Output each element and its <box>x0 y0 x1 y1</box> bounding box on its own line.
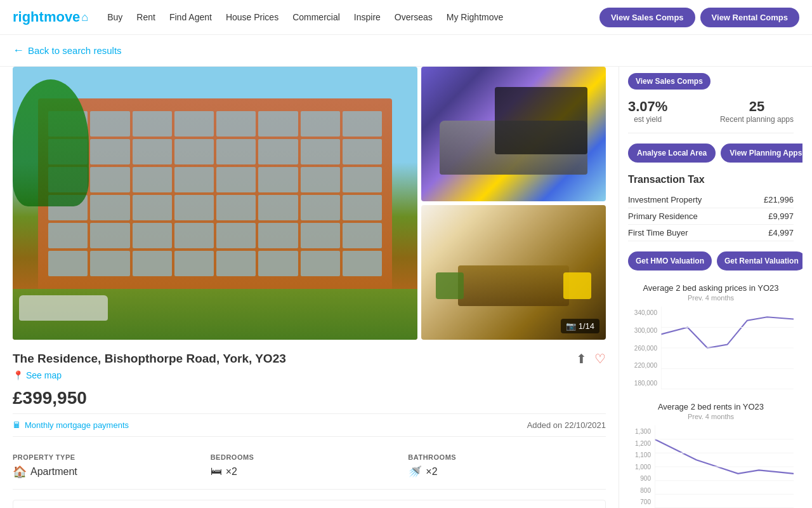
see-map-link[interactable]: 📍 See map <box>13 370 606 380</box>
price-chart-subtitle: Prev. 4 months <box>628 294 794 302</box>
see-map-label: See map <box>26 370 62 380</box>
property-price: £399,950 <box>13 388 606 408</box>
photo-count: 1/14 <box>579 321 594 331</box>
view-planning-apps-button[interactable]: View Planning Apps <box>721 144 802 163</box>
get-rental-valuation-button[interactable]: Get Rental Valuation <box>717 251 802 271</box>
back-arrow-icon: ← <box>13 44 24 57</box>
view-sales-comps-sidebar-button[interactable]: View Sales Comps <box>628 73 710 90</box>
tax-row-0: Investment Property £21,996 <box>628 192 794 208</box>
tax-label-2: First Time Buyer <box>628 228 688 237</box>
property-type-col: PROPERTY TYPE 🏠 Apartment <box>13 453 211 479</box>
apartment-icon: 🏠 <box>13 465 27 479</box>
rent-chart-title: Average 2 bed rents in YO23 <box>628 402 794 411</box>
view-rental-comps-button[interactable]: View Rental Comps <box>700 8 799 27</box>
nav-buy[interactable]: Buy <box>107 12 122 22</box>
gallery: 📷 1/14 <box>13 67 606 340</box>
nav-overseas[interactable]: Overseas <box>395 12 433 22</box>
yield-value: 3.07% <box>628 98 667 115</box>
tax-row-1: Primary Residence £9,997 <box>628 208 794 225</box>
yield-block: 3.07% est yield <box>628 98 667 124</box>
bedrooms-col: BEDROOMS 🛏 ×2 <box>211 453 409 479</box>
tax-value-2: £4,997 <box>768 228 794 237</box>
gallery-main-image[interactable] <box>13 67 417 340</box>
bathrooms-value: ×2 <box>426 466 437 478</box>
price-chart-svg <box>661 307 794 389</box>
transaction-tax-section: Transaction Tax Investment Property £21,… <box>628 174 794 241</box>
property-type-value: Apartment <box>30 466 77 478</box>
camera-icon: 📷 <box>566 321 576 331</box>
price-chart-y-labels: 340,000 300,000 260,000 220,000 180,000 <box>628 307 661 389</box>
share-button[interactable]: ⬆ <box>576 351 587 366</box>
left-content: 📷 1/14 The Residence, Bishopthorpe Road,… <box>0 67 619 508</box>
nav-house-prices[interactable]: House Prices <box>226 12 278 22</box>
rent-chart-section: Average 2 bed rents in YO23 Prev. 4 mont… <box>628 402 794 508</box>
bedrooms-value: ×2 <box>226 466 237 478</box>
view-sales-comps-button[interactable]: View Sales Comps <box>599 8 695 27</box>
get-hmo-valuation-button[interactable]: Get HMO Valuation <box>628 251 712 271</box>
back-label: Back to search results <box>28 45 122 56</box>
gallery-side-image-2[interactable]: 📷 1/14 <box>421 205 606 340</box>
gallery-side-image-1[interactable] <box>421 67 606 201</box>
tax-label-1: Primary Residence <box>628 211 698 221</box>
agent-box: MARKETED BY Carter Jonas, York 82 Mickle… <box>13 500 606 508</box>
transaction-tax-title: Transaction Tax <box>628 174 794 185</box>
tax-label-0: Investment Property <box>628 195 702 204</box>
map-pin-icon: 📍 <box>13 370 23 380</box>
yield-planning-row: 3.07% est yield 25 Recent planning apps <box>628 98 794 133</box>
rent-chart-subtitle: Prev. 4 months <box>628 413 794 420</box>
tax-value-0: £21,996 <box>764 195 794 204</box>
price-chart-section: Average 2 bed asking prices in YO23 Prev… <box>628 283 794 389</box>
rent-chart-svg <box>655 425 794 508</box>
planning-label: Recent planning apps <box>720 115 794 124</box>
property-title: The Residence, Bishopthorpe Road, York, … <box>13 352 568 366</box>
tax-row-2: First Time Buyer £4,997 <box>628 225 794 241</box>
nav-inspire[interactable]: Inspire <box>354 12 381 22</box>
back-to-search-link[interactable]: ← Back to search results <box>13 44 122 57</box>
mortgage-label: Monthly mortgage payments <box>25 420 129 430</box>
added-date: Added on 22/10/2021 <box>527 420 606 430</box>
yield-label: est yield <box>628 115 667 124</box>
mortgage-payments-link[interactable]: 🖩 Monthly mortgage payments <box>13 420 129 430</box>
logo-house-icon: ⌂ <box>81 11 88 24</box>
right-sidebar: View Sales Comps View Rental Comps 3.07%… <box>619 67 802 508</box>
gallery-side: 📷 1/14 <box>421 67 606 340</box>
valuation-buttons: Get HMO Valuation Get Rental Valuation <box>628 251 794 271</box>
planning-value: 25 <box>720 98 794 115</box>
property-info: The Residence, Bishopthorpe Road, York, … <box>13 340 606 443</box>
nav-my-rightmove[interactable]: My Rightmove <box>447 12 503 22</box>
tax-value-1: £9,997 <box>768 211 794 221</box>
bathrooms-col: BATHROOMS 🚿 ×2 <box>408 453 606 479</box>
back-bar: ← Back to search results <box>0 35 812 67</box>
logo[interactable]: rightmove ⌂ <box>13 9 88 25</box>
planning-block: 25 Recent planning apps <box>720 98 794 124</box>
nav-commercial[interactable]: Commercial <box>292 12 340 22</box>
bedrooms-label: BEDROOMS <box>211 453 409 461</box>
bath-icon: 🚿 <box>408 465 422 479</box>
top-sidebar-buttons: View Sales Comps View Rental Comps <box>628 73 794 90</box>
analyse-local-area-button[interactable]: Analyse Local Area <box>628 144 716 163</box>
analyse-buttons: Analyse Local Area View Planning Apps <box>628 144 794 163</box>
nav-rent[interactable]: Rent <box>136 12 155 22</box>
price-chart-title: Average 2 bed asking prices in YO23 <box>628 283 794 293</box>
main-nav: Buy Rent Find Agent House Prices Commerc… <box>107 12 503 22</box>
logo-text: rightmove <box>13 9 80 25</box>
bed-icon: 🛏 <box>211 465 222 478</box>
bathrooms-label: BATHROOMS <box>408 453 606 461</box>
favourite-button[interactable]: ♡ <box>594 351 606 366</box>
property-type-label: PROPERTY TYPE <box>13 453 211 461</box>
photo-count-badge: 📷 1/14 <box>561 319 599 333</box>
calculator-icon: 🖩 <box>13 420 21 430</box>
rent-chart-y-labels: 1,300 1,200 1,100 1,000 900 800 700 <box>628 425 655 508</box>
property-details: PROPERTY TYPE 🏠 Apartment BEDROOMS 🛏 ×2 … <box>13 443 606 490</box>
nav-find-agent[interactable]: Find Agent <box>169 12 212 22</box>
